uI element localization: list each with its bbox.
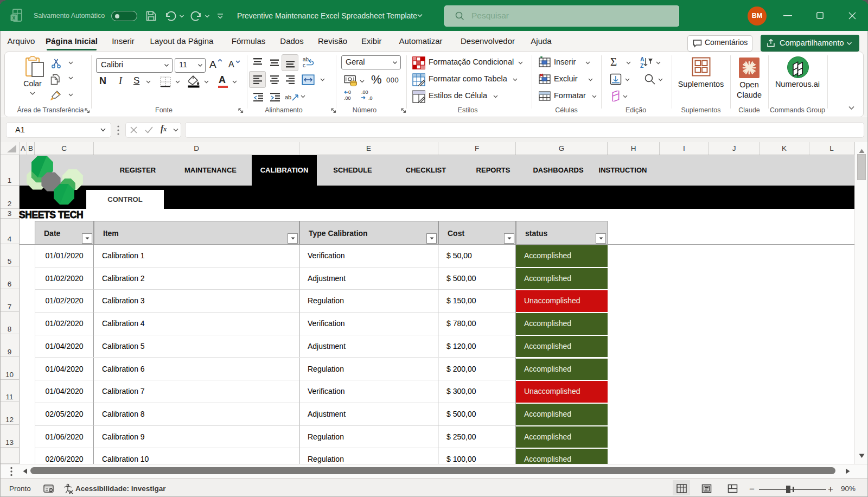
svg-text:.0: .0 [368, 95, 373, 101]
svg-text:ab: ab [303, 56, 309, 62]
svg-text:.00: .00 [344, 95, 351, 101]
svg-text:ab: ab [285, 94, 291, 100]
svg-text:.00: .00 [361, 90, 368, 95]
svg-text:A: A [640, 56, 644, 62]
svg-text:c: c [303, 62, 305, 68]
svg-text:x: x [12, 15, 16, 21]
svg-text:Z: Z [640, 62, 644, 69]
svg-text:0: 0 [348, 90, 351, 95]
